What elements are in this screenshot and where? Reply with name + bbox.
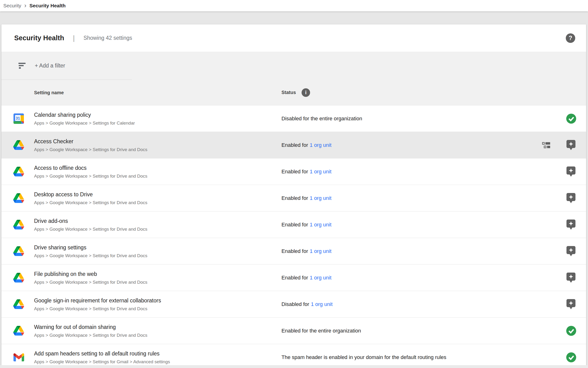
org-unit-link[interactable]: 1 org unit [310,195,332,201]
setting-text: Add spam headers setting to all default … [34,350,170,364]
org-structure-icon[interactable] [542,142,550,149]
setting-text: Warning for out of domain sharing Apps >… [34,324,147,338]
status-cell: Enabled for1 org unit [281,195,331,201]
recommendation-icon[interactable] [566,273,575,283]
filter-bar[interactable]: + Add a filter [1,52,586,80]
add-filter-button[interactable]: + Add a filter [35,63,65,69]
status-text: Disabled for [281,301,309,307]
gmail-icon [13,353,24,361]
google-drive-icon [13,193,24,203]
table-header: Setting name Status i [1,80,586,105]
column-header-setting-name: Setting name [34,90,64,95]
setting-text: Calendar sharing policy Apps > Google Wo… [34,111,135,126]
google-drive-icon [13,273,24,283]
setting-name: Add spam headers setting to all default … [34,350,170,357]
breadcrumb-current: Security Health [30,3,66,9]
status-cell: Enabled for1 org unit [281,248,331,254]
app-icon [13,140,24,151]
app-icon [13,166,24,177]
table-row[interactable]: File publishing on the web Apps > Google… [1,265,586,291]
google-drive-icon [13,140,24,150]
breadcrumb: Security › Security Health [0,0,588,11]
table-row[interactable]: Drive sharing settings Apps > Google Wor… [1,238,586,265]
recommendation-icon[interactable] [566,246,575,257]
setting-name: Calendar sharing policy [34,111,135,118]
svg-text:31: 31 [16,116,20,120]
status-text: Enabled for [281,142,308,148]
setting-name: File publishing on the web [34,271,147,277]
org-unit-link[interactable]: 1 org unit [310,222,332,228]
status-text: Enabled for [281,248,308,254]
status-text: The spam header is enabled in your domai… [281,354,446,360]
setting-text: File publishing on the web Apps > Google… [34,271,147,285]
google-drive-icon [13,326,24,336]
table-row[interactable]: Google sign-in requirement for external … [1,291,586,318]
app-icon [13,272,24,283]
status-text: Disabled for the entire organization [281,116,362,121]
table-row[interactable]: Desktop access to Drive Apps > Google Wo… [1,185,586,212]
org-unit-link[interactable]: 1 org unit [310,248,332,254]
status-ok-icon [566,352,576,362]
app-icon: 31 [13,113,24,124]
setting-text: Drive add-ons Apps > Google Workspace > … [34,218,147,232]
recommendation-icon[interactable] [566,140,575,150]
setting-path: Apps > Google Workspace > Settings for D… [34,173,147,179]
setting-text: Access to offline docs Apps > Google Wor… [34,165,147,179]
settings-count-label: Showing 42 settings [83,35,132,41]
table-row[interactable]: Access to offline docs Apps > Google Wor… [1,158,586,185]
help-icon[interactable]: ? [566,33,575,43]
status-cell: Enabled for1 org unit [281,142,331,148]
status-cell: Disabled for the entire organization [281,116,362,122]
org-unit-link[interactable]: 1 org unit [311,301,333,307]
breadcrumb-parent-link[interactable]: Security [3,3,21,9]
app-icon [13,193,24,204]
table-row[interactable]: Add spam headers setting to all default … [1,344,586,368]
table-row[interactable]: Warning for out of domain sharing Apps >… [1,318,586,344]
column-header-status: Status i [281,88,310,97]
google-drive-icon [13,167,24,176]
status-ok-icon [566,114,576,124]
page-title: Security Health [14,34,64,42]
recommendation-icon[interactable] [566,166,575,177]
app-icon [13,352,24,363]
chevron-right-icon: › [24,2,26,9]
horizontal-scrollbar[interactable] [0,365,588,368]
status-text: Enabled for [281,195,308,201]
title-separator: | [73,34,75,42]
org-unit-link[interactable]: 1 org unit [310,275,332,281]
setting-path: Apps > Google Workspace > Settings for D… [34,200,147,205]
setting-path: Apps > Google Workspace > Settings for D… [34,279,147,285]
org-unit-link[interactable]: 1 org unit [310,142,332,148]
setting-text: Access Checker Apps > Google Workspace >… [34,138,147,152]
table-row[interactable]: Access Checker Apps > Google Workspace >… [1,132,586,158]
status-cell: Enabled for1 org unit [281,169,331,175]
setting-path: Apps > Google Workspace > Settings for G… [34,359,170,364]
app-icon [13,219,24,230]
status-text: Enabled for [281,275,308,281]
setting-text: Google sign-in requirement for external … [34,297,161,311]
recommendation-icon[interactable] [566,299,575,310]
google-calendar-icon: 31 [13,113,24,124]
status-column-label: Status [281,90,296,95]
app-icon [13,325,24,336]
google-drive-icon [13,299,24,309]
status-cell: Enabled for1 org unit [281,222,331,228]
setting-name: Drive sharing settings [34,244,147,250]
setting-path: Apps > Google Workspace > Settings for D… [34,253,147,258]
status-text: Enabled for [281,222,308,228]
table-row[interactable]: Drive add-ons Apps > Google Workspace > … [1,212,586,238]
setting-text: Desktop access to Drive Apps > Google Wo… [34,191,147,205]
recommendation-icon[interactable] [566,220,575,230]
status-cell: Enabled for the entire organization [281,328,361,334]
filter-icon [18,63,26,69]
org-unit-link[interactable]: 1 org unit [310,169,332,175]
card-header: Security Health | Showing 42 settings ? [1,24,586,52]
table-row[interactable]: 31 Calendar sharing policy Apps > Google… [1,105,586,132]
status-cell: Enabled for1 org unit [281,275,331,281]
app-icon [13,246,24,257]
setting-name: Google sign-in requirement for external … [34,297,161,304]
recommendation-icon[interactable] [566,193,575,203]
setting-path: Apps > Google Workspace > Settings for C… [34,120,135,126]
info-icon[interactable]: i [302,88,310,97]
status-cell: The spam header is enabled in your domai… [281,354,446,360]
